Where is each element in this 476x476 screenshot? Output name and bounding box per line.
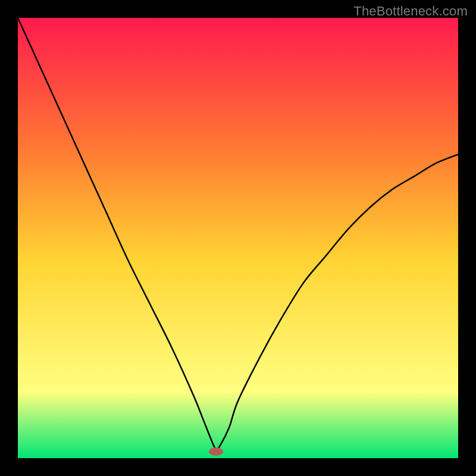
- watermark-text: TheBottleneck.com: [353, 4, 468, 19]
- plot-area: [18, 18, 458, 458]
- optimal-marker: [209, 447, 223, 456]
- chart-svg: [18, 18, 458, 458]
- gradient-background: [18, 18, 458, 458]
- chart-frame: TheBottleneck.com: [0, 0, 476, 476]
